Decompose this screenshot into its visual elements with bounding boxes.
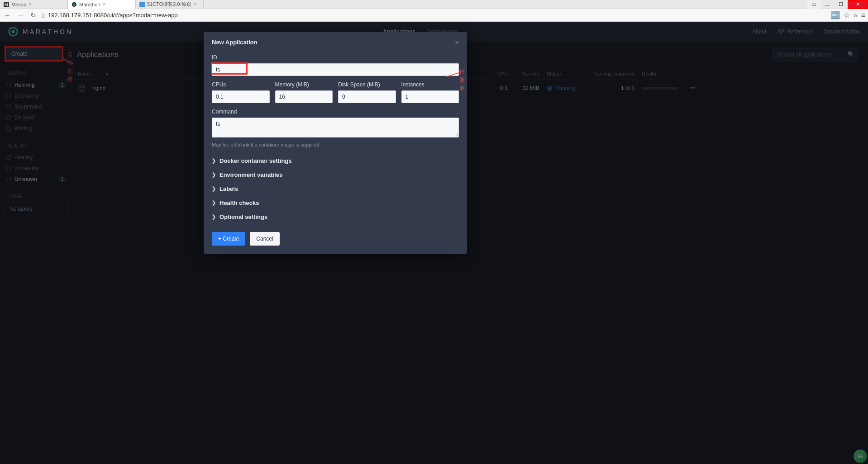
svg-rect-4 bbox=[139, 2, 145, 7]
url-field[interactable]: 192.168.179.151:8080/ui/#/apps?modal=new… bbox=[48, 12, 827, 19]
browser-tab-mesos[interactable]: M Mesos × bbox=[0, 0, 68, 9]
id-label: ID bbox=[212, 54, 459, 61]
chevron-right-icon: ❯ bbox=[212, 172, 216, 178]
tab-title: 51CTO博客2.0-原创 bbox=[147, 1, 191, 8]
accordion-environment-variables[interactable]: ❯Environment variables bbox=[212, 168, 459, 182]
mesos-favicon-icon: M bbox=[4, 2, 9, 7]
instances-label: Instances bbox=[401, 81, 459, 88]
marathon-favicon-icon bbox=[72, 2, 77, 7]
tab-close-icon[interactable]: × bbox=[102, 1, 105, 8]
browser-tab-marathon[interactable]: Marathon × bbox=[68, 0, 136, 9]
translate-icon[interactable]: 🔤 bbox=[831, 11, 840, 19]
window-close-icon[interactable]: ✕ bbox=[848, 0, 868, 9]
menu-icon[interactable]: ≡ bbox=[861, 11, 865, 19]
tab-close-icon[interactable]: × bbox=[28, 1, 31, 8]
disk-label: Disk Space (MiB) bbox=[338, 81, 396, 88]
chevron-right-icon: ❯ bbox=[212, 214, 216, 220]
modal-create-button[interactable]: + Create bbox=[212, 232, 245, 246]
accordion-labels[interactable]: ❯Labels bbox=[212, 182, 459, 196]
browser-tab-51cto[interactable]: 51CTO博客2.0-原创 × bbox=[136, 0, 204, 9]
memory-input[interactable] bbox=[275, 90, 333, 103]
tab-title: Marathon bbox=[79, 2, 100, 7]
tab-close-icon[interactable]: × bbox=[194, 1, 197, 8]
modal-cancel-button[interactable]: Cancel bbox=[250, 232, 279, 246]
svg-point-3 bbox=[73, 3, 76, 5]
command-input[interactable] bbox=[212, 118, 459, 137]
command-label: Command bbox=[212, 109, 459, 115]
annotation-taskname: 任务名 bbox=[459, 68, 467, 92]
accordion-health-checks[interactable]: ❯Health checks bbox=[212, 196, 459, 210]
accordion-docker-container-settings[interactable]: ❯Docker container settings bbox=[212, 154, 459, 168]
chevron-right-icon: ❯ bbox=[212, 158, 216, 164]
page-info-icon[interactable]: ▯ bbox=[41, 12, 44, 19]
chevron-right-icon: ❯ bbox=[212, 186, 216, 192]
cpus-label: CPUs bbox=[212, 81, 270, 88]
blog-favicon-icon bbox=[139, 2, 145, 7]
window-maximize-icon[interactable]: ☐ bbox=[834, 0, 848, 9]
nav-forward-icon[interactable]: → bbox=[16, 11, 25, 19]
chevron-right-icon: ❯ bbox=[212, 200, 216, 206]
svg-text:M: M bbox=[5, 2, 8, 7]
overflow-icon[interactable]: » bbox=[854, 11, 858, 19]
accordion-optional-settings[interactable]: ❯Optional settings bbox=[212, 210, 459, 224]
disk-input[interactable] bbox=[338, 90, 396, 103]
id-input[interactable] bbox=[212, 63, 459, 76]
modal-title: New Application bbox=[212, 39, 258, 46]
instances-input[interactable] bbox=[401, 90, 459, 103]
address-bar: ← → ↻ ▯ 192.168.179.151:8080/ui/#/apps?m… bbox=[0, 9, 868, 22]
window-people-icon[interactable]: ▭ bbox=[807, 0, 820, 9]
browser-tab-strip: M Mesos × Marathon × 51CTO博客2.0-原创 × ▭ —… bbox=[0, 0, 868, 9]
nav-reload-icon[interactable]: ↻ bbox=[29, 11, 38, 19]
window-controls: ▭ — ☐ ✕ bbox=[807, 0, 868, 9]
memory-label: Memory (MiB) bbox=[275, 81, 333, 88]
tab-title: Mesos bbox=[11, 2, 26, 7]
window-minimize-icon[interactable]: — bbox=[820, 0, 834, 9]
new-application-modal: 任务名 New Application × ID CPUs Memory (Mi… bbox=[204, 32, 467, 254]
nav-back-icon[interactable]: ← bbox=[3, 11, 12, 19]
modal-close-icon[interactable]: × bbox=[455, 38, 459, 46]
bookmark-star-icon[interactable]: ☆ bbox=[844, 11, 850, 19]
command-hint: May be left blank if a container image i… bbox=[212, 142, 459, 147]
cpus-input[interactable] bbox=[212, 90, 270, 103]
